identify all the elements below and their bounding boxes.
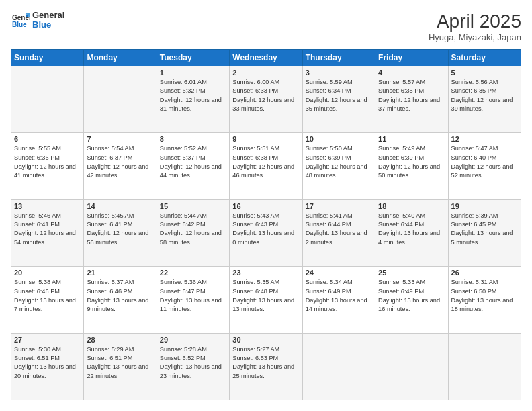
calendar-cell: 14Sunrise: 5:45 AM Sunset: 6:41 PM Dayli…	[84, 199, 157, 266]
day-number: 10	[306, 135, 372, 143]
day-number: 13	[14, 202, 81, 210]
day-number: 7	[87, 135, 153, 143]
calendar-table: SundayMondayTuesdayWednesdayThursdayFrid…	[11, 49, 521, 400]
day-number: 21	[87, 269, 153, 277]
day-info: Sunrise: 6:00 AM Sunset: 6:33 PM Dayligh…	[232, 78, 299, 113]
day-number: 16	[232, 202, 299, 210]
day-info: Sunrise: 5:40 AM Sunset: 6:44 PM Dayligh…	[378, 212, 445, 247]
calendar-cell: 7Sunrise: 5:54 AM Sunset: 6:37 PM Daylig…	[84, 133, 157, 199]
calendar-cell: 11Sunrise: 5:49 AM Sunset: 6:39 PM Dayli…	[375, 133, 448, 199]
day-number: 22	[160, 269, 226, 277]
day-info: Sunrise: 5:30 AM Sunset: 6:51 PM Dayligh…	[14, 345, 81, 381]
day-number: 29	[160, 336, 226, 344]
calendar-week-row: 27Sunrise: 5:30 AM Sunset: 6:51 PM Dayli…	[11, 333, 521, 400]
day-info: Sunrise: 5:46 AM Sunset: 6:41 PM Dayligh…	[14, 212, 81, 247]
weekday-header: Monday	[84, 50, 157, 66]
svg-text:Blue: Blue	[12, 21, 27, 28]
day-info: Sunrise: 5:41 AM Sunset: 6:44 PM Dayligh…	[306, 212, 372, 247]
day-number: 18	[378, 202, 445, 210]
page-title: April 2025	[429, 11, 521, 32]
calendar-cell: 4Sunrise: 5:57 AM Sunset: 6:35 PM Daylig…	[375, 66, 448, 133]
day-info: Sunrise: 5:56 AM Sunset: 6:35 PM Dayligh…	[451, 78, 518, 113]
calendar-cell: 22Sunrise: 5:36 AM Sunset: 6:47 PM Dayli…	[157, 267, 229, 333]
page: General Blue General Blue April 2025 Hyu…	[0, 0, 532, 411]
day-info: Sunrise: 5:33 AM Sunset: 6:49 PM Dayligh…	[378, 278, 445, 314]
calendar-cell: 9Sunrise: 5:51 AM Sunset: 6:38 PM Daylig…	[230, 133, 302, 199]
day-number: 4	[378, 68, 445, 77]
calendar-cell: 13Sunrise: 5:46 AM Sunset: 6:41 PM Dayli…	[11, 199, 84, 266]
calendar-week-row: 6Sunrise: 5:55 AM Sunset: 6:36 PM Daylig…	[11, 133, 521, 199]
calendar-cell: 1Sunrise: 6:01 AM Sunset: 6:32 PM Daylig…	[157, 66, 229, 133]
calendar-cell: 12Sunrise: 5:47 AM Sunset: 6:40 PM Dayli…	[448, 133, 521, 199]
day-info: Sunrise: 5:34 AM Sunset: 6:49 PM Dayligh…	[306, 278, 372, 314]
calendar-cell: 26Sunrise: 5:31 AM Sunset: 6:50 PM Dayli…	[448, 267, 521, 333]
calendar-cell: 29Sunrise: 5:28 AM Sunset: 6:52 PM Dayli…	[157, 333, 229, 400]
day-number: 19	[451, 202, 518, 210]
logo: General Blue General Blue	[11, 11, 64, 30]
day-info: Sunrise: 5:50 AM Sunset: 6:39 PM Dayligh…	[306, 144, 372, 180]
day-number: 15	[160, 202, 226, 210]
logo-blue: Blue	[32, 20, 64, 30]
day-info: Sunrise: 5:49 AM Sunset: 6:39 PM Dayligh…	[378, 144, 445, 180]
day-info: Sunrise: 5:45 AM Sunset: 6:41 PM Dayligh…	[87, 212, 153, 247]
day-info: Sunrise: 5:28 AM Sunset: 6:52 PM Dayligh…	[160, 345, 226, 381]
day-info: Sunrise: 5:51 AM Sunset: 6:38 PM Dayligh…	[232, 144, 299, 180]
day-number: 3	[306, 68, 372, 77]
calendar-cell: 8Sunrise: 5:52 AM Sunset: 6:37 PM Daylig…	[157, 133, 229, 199]
calendar-cell: 28Sunrise: 5:29 AM Sunset: 6:51 PM Dayli…	[84, 333, 157, 400]
calendar-cell: 10Sunrise: 5:50 AM Sunset: 6:39 PM Dayli…	[302, 133, 375, 199]
day-number: 6	[14, 135, 81, 143]
day-info: Sunrise: 5:39 AM Sunset: 6:45 PM Dayligh…	[451, 212, 518, 247]
calendar-cell: 21Sunrise: 5:37 AM Sunset: 6:46 PM Dayli…	[84, 267, 157, 333]
day-number: 20	[14, 269, 81, 277]
day-info: Sunrise: 6:01 AM Sunset: 6:32 PM Dayligh…	[160, 78, 226, 113]
weekday-header: Wednesday	[230, 50, 302, 66]
logo-general: General	[32, 11, 64, 20]
day-info: Sunrise: 5:38 AM Sunset: 6:46 PM Dayligh…	[14, 278, 81, 314]
title-block: April 2025 Hyuga, Miyazaki, Japan	[429, 11, 521, 42]
day-info: Sunrise: 5:44 AM Sunset: 6:42 PM Dayligh…	[160, 212, 226, 247]
calendar-cell	[11, 66, 84, 133]
calendar-week-row: 1Sunrise: 6:01 AM Sunset: 6:32 PM Daylig…	[11, 66, 521, 133]
day-info: Sunrise: 5:36 AM Sunset: 6:47 PM Dayligh…	[160, 278, 226, 314]
day-number: 27	[14, 336, 81, 344]
day-info: Sunrise: 5:43 AM Sunset: 6:43 PM Dayligh…	[232, 212, 299, 247]
calendar-cell: 23Sunrise: 5:35 AM Sunset: 6:48 PM Dayli…	[230, 267, 302, 333]
calendar-cell: 18Sunrise: 5:40 AM Sunset: 6:44 PM Dayli…	[375, 199, 448, 266]
day-number: 5	[451, 68, 518, 77]
calendar-cell: 6Sunrise: 5:55 AM Sunset: 6:36 PM Daylig…	[11, 133, 84, 199]
day-info: Sunrise: 5:37 AM Sunset: 6:46 PM Dayligh…	[87, 278, 153, 314]
day-info: Sunrise: 5:35 AM Sunset: 6:48 PM Dayligh…	[232, 278, 299, 314]
day-info: Sunrise: 5:54 AM Sunset: 6:37 PM Dayligh…	[87, 144, 153, 180]
day-info: Sunrise: 5:52 AM Sunset: 6:37 PM Dayligh…	[160, 144, 226, 180]
weekday-header-row: SundayMondayTuesdayWednesdayThursdayFrid…	[11, 50, 521, 66]
calendar-week-row: 20Sunrise: 5:38 AM Sunset: 6:46 PM Dayli…	[11, 267, 521, 333]
calendar-cell: 16Sunrise: 5:43 AM Sunset: 6:43 PM Dayli…	[230, 199, 302, 266]
weekday-header: Friday	[375, 50, 448, 66]
weekday-header: Sunday	[11, 50, 84, 66]
day-number: 12	[451, 135, 518, 143]
calendar-cell: 3Sunrise: 5:59 AM Sunset: 6:34 PM Daylig…	[302, 66, 375, 133]
calendar-cell: 15Sunrise: 5:44 AM Sunset: 6:42 PM Dayli…	[157, 199, 229, 266]
day-number: 2	[232, 68, 299, 77]
day-number: 17	[306, 202, 372, 210]
calendar-cell: 5Sunrise: 5:56 AM Sunset: 6:35 PM Daylig…	[448, 66, 521, 133]
calendar-cell: 20Sunrise: 5:38 AM Sunset: 6:46 PM Dayli…	[11, 267, 84, 333]
day-number: 24	[306, 269, 372, 277]
day-info: Sunrise: 5:55 AM Sunset: 6:36 PM Dayligh…	[14, 144, 81, 180]
header: General Blue General Blue April 2025 Hyu…	[11, 11, 521, 42]
day-info: Sunrise: 5:47 AM Sunset: 6:40 PM Dayligh…	[451, 144, 518, 180]
calendar-cell	[448, 333, 521, 400]
calendar-cell: 19Sunrise: 5:39 AM Sunset: 6:45 PM Dayli…	[448, 199, 521, 266]
day-info: Sunrise: 5:29 AM Sunset: 6:51 PM Dayligh…	[87, 345, 153, 381]
calendar-week-row: 13Sunrise: 5:46 AM Sunset: 6:41 PM Dayli…	[11, 199, 521, 266]
day-number: 1	[160, 68, 226, 77]
logo-icon: General Blue	[11, 11, 30, 30]
weekday-header: Tuesday	[157, 50, 229, 66]
day-number: 9	[232, 135, 299, 143]
day-info: Sunrise: 5:59 AM Sunset: 6:34 PM Dayligh…	[306, 78, 372, 113]
page-subtitle: Hyuga, Miyazaki, Japan	[429, 32, 521, 42]
calendar-cell: 24Sunrise: 5:34 AM Sunset: 6:49 PM Dayli…	[302, 267, 375, 333]
calendar-cell: 17Sunrise: 5:41 AM Sunset: 6:44 PM Dayli…	[302, 199, 375, 266]
weekday-header: Saturday	[448, 50, 521, 66]
